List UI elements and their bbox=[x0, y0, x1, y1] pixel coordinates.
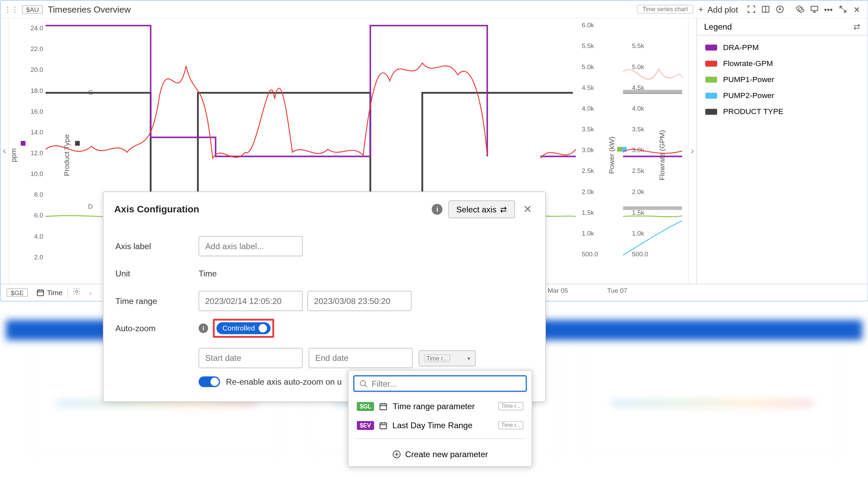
calendar-icon bbox=[379, 421, 388, 430]
panel-toolbar: ⋮⋮ $AU Timeseries Overview Time series c… bbox=[1, 1, 868, 18]
focus-icon[interactable] bbox=[746, 4, 756, 14]
svg-text:8.0: 8.0 bbox=[34, 191, 43, 198]
param-type-chip: Time r... bbox=[498, 402, 524, 410]
close-icon[interactable]: ✕ bbox=[852, 4, 862, 14]
y-axis-power: 6.0k 5.5k 5.0k 4.5k 4.0k 3.5k 3.0k 2.5k … bbox=[582, 21, 622, 258]
svg-text:2.0: 2.0 bbox=[34, 254, 43, 261]
au-variable-badge[interactable]: $AU bbox=[22, 5, 43, 13]
svg-text:2.0k: 2.0k bbox=[632, 188, 644, 195]
legend-item[interactable]: PRODUCT TYPE bbox=[697, 103, 867, 119]
legend-swatch-icon bbox=[705, 44, 717, 50]
tab-gear-icon[interactable] bbox=[68, 287, 86, 298]
info-icon[interactable]: i bbox=[432, 204, 443, 214]
y-axis-ppm: 24.0 22.0 20.0 18.0 16.0 14.0 12.0 10.0 … bbox=[10, 25, 43, 261]
create-parameter-button[interactable]: Create new parameter bbox=[349, 443, 532, 466]
collapse-right-icon[interactable]: › bbox=[688, 18, 696, 284]
add-plot-button[interactable]: ＋ Add plot bbox=[697, 4, 738, 14]
svg-text:3.5k: 3.5k bbox=[582, 126, 594, 133]
svg-text:1.0k: 1.0k bbox=[582, 230, 594, 237]
chart-type-chip[interactable]: Time series chart bbox=[637, 5, 693, 14]
time-range-param-dropdown[interactable]: Time r... ▾ bbox=[419, 350, 476, 366]
parameter-option[interactable]: $EV Last Day Time Range Time r... bbox=[349, 416, 532, 435]
time-range-start-input[interactable] bbox=[198, 291, 303, 311]
svg-text:1.0k: 1.0k bbox=[632, 230, 644, 237]
svg-text:6.0k: 6.0k bbox=[582, 21, 594, 29]
svg-text:20.0: 20.0 bbox=[31, 66, 43, 73]
label-time-range: Time range bbox=[115, 296, 199, 306]
calendar-icon bbox=[379, 402, 388, 411]
legend-item[interactable]: PUMP1-Power bbox=[697, 71, 867, 87]
filter-input-wrap[interactable] bbox=[353, 375, 527, 392]
panel-title: Timeseries Overview bbox=[48, 4, 131, 14]
legend-swatch-icon bbox=[705, 109, 717, 114]
svg-rect-62 bbox=[380, 422, 387, 428]
svg-text:5.0k: 5.0k bbox=[632, 63, 644, 70]
legend-menu-icon[interactable]: ⇄ bbox=[853, 22, 861, 32]
svg-text:4.0k: 4.0k bbox=[632, 105, 644, 112]
svg-text:500.0: 500.0 bbox=[632, 251, 648, 258]
select-axis-button[interactable]: Select axis ⇄ bbox=[449, 200, 515, 218]
controlled-end-input[interactable] bbox=[309, 348, 413, 368]
plus-icon: ＋ bbox=[697, 4, 705, 14]
modal-title: Axis Configuration bbox=[114, 204, 199, 214]
legend-item[interactable]: PUMP2-Power bbox=[697, 87, 867, 103]
legend-item[interactable]: DRA-PPM bbox=[697, 39, 867, 55]
svg-text:5.5k: 5.5k bbox=[632, 42, 644, 49]
controlled-start-input[interactable] bbox=[198, 348, 303, 368]
svg-text:5.0k: 5.0k bbox=[582, 63, 594, 70]
tab-chevron-icon[interactable]: › bbox=[89, 289, 91, 296]
present-icon[interactable] bbox=[809, 4, 819, 14]
scrollbar-segment bbox=[623, 206, 682, 210]
download-icon[interactable] bbox=[775, 4, 784, 14]
axis-label-input[interactable] bbox=[198, 236, 303, 256]
swap-icon: ⇄ bbox=[500, 205, 507, 214]
svg-text:2.5k: 2.5k bbox=[632, 167, 644, 174]
param-label: Time range parameter bbox=[393, 401, 475, 411]
filter-input[interactable] bbox=[372, 379, 521, 388]
legend-item[interactable]: Flowrate-GPM bbox=[697, 55, 867, 71]
svg-text:2.0k: 2.0k bbox=[582, 188, 594, 195]
gear-icon[interactable] bbox=[795, 4, 805, 14]
highlight-box: Controlled bbox=[213, 319, 274, 338]
param-tag: $EV bbox=[357, 421, 374, 430]
parameter-option[interactable]: $GL Time range parameter Time r... bbox=[349, 397, 532, 416]
svg-text:3.5k: 3.5k bbox=[632, 126, 644, 133]
svg-text:18.0: 18.0 bbox=[31, 87, 43, 94]
svg-text:5.5k: 5.5k bbox=[582, 42, 594, 49]
svg-text:3.0k: 3.0k bbox=[582, 146, 594, 154]
scrollbar-segment bbox=[623, 90, 682, 93]
info-icon[interactable]: i bbox=[198, 323, 208, 333]
time-range-end-input[interactable] bbox=[307, 291, 412, 311]
svg-text:6.0: 6.0 bbox=[34, 212, 43, 219]
legend-item-label: DRA-PPM bbox=[723, 43, 759, 52]
chevron-down-icon: ▾ bbox=[467, 355, 470, 361]
svg-text:4.0: 4.0 bbox=[34, 232, 43, 240]
svg-text:14.0: 14.0 bbox=[31, 129, 43, 136]
svg-text:ppm: ppm bbox=[10, 148, 17, 162]
toggle-knob-icon bbox=[258, 324, 267, 332]
legend-title: Legend bbox=[704, 22, 732, 32]
collapse-left-icon[interactable]: ‹ bbox=[1, 18, 9, 284]
modal-close-icon[interactable]: ✕ bbox=[521, 203, 534, 216]
legend-item-label: PUMP2-Power bbox=[723, 91, 774, 100]
tab-time[interactable]: Time bbox=[32, 287, 68, 298]
expand-icon[interactable] bbox=[838, 4, 848, 14]
auto-zoom-controlled-toggle[interactable]: Controlled bbox=[216, 322, 270, 334]
search-icon bbox=[359, 379, 368, 388]
reenable-toggle[interactable] bbox=[198, 376, 220, 387]
ge-variable-badge[interactable]: $GE bbox=[6, 288, 28, 296]
legend-swatch-icon bbox=[705, 93, 717, 98]
svg-text:4.5k: 4.5k bbox=[582, 84, 594, 91]
param-type-chip: Time r... bbox=[498, 421, 524, 429]
svg-text:Power (kW): Power (kW) bbox=[608, 136, 615, 174]
plus-circle-icon bbox=[392, 450, 402, 459]
svg-text:2.5k: 2.5k bbox=[582, 167, 594, 174]
more-icon[interactable]: ••• bbox=[824, 4, 833, 14]
legend-item-label: Flowrate-GPM bbox=[723, 59, 773, 68]
svg-rect-58 bbox=[380, 404, 387, 409]
legend-item-label: PUMP1-Power bbox=[723, 75, 774, 84]
split-panel-icon[interactable] bbox=[760, 4, 770, 14]
svg-point-55 bbox=[76, 290, 78, 292]
drag-handle-icon[interactable]: ⋮⋮ bbox=[4, 5, 18, 13]
legend-item-label: PRODUCT TYPE bbox=[723, 107, 783, 116]
